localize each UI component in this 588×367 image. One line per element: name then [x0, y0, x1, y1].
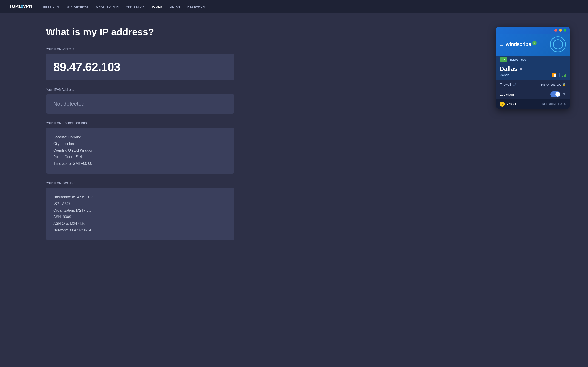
ws-locations-row[interactable]: Locations ▼: [496, 89, 570, 99]
nav-item-research[interactable]: RESEARCH: [188, 4, 205, 8]
nav-links: BEST VPN VPN REVIEWS WHAT IS A VPN VPN S…: [43, 4, 205, 8]
ws-data-left: ● 2.9GB: [500, 101, 516, 107]
ws-wifi-icon: 📶: [552, 73, 556, 77]
ws-location-area[interactable]: Dallas ★ Ranch 📶: [496, 63, 570, 80]
ws-bar-3: [565, 74, 566, 77]
host-asn: ASN: 9009: [53, 214, 227, 220]
geo-postal: Postal Code: E14: [53, 154, 227, 160]
ws-power-button[interactable]: [550, 36, 566, 52]
nav-item-vpn-setup[interactable]: VPN SETUP: [126, 4, 144, 8]
nav-item-vpn-reviews[interactable]: VPN REVIEWS: [66, 4, 88, 8]
ws-firewall-ip: 155.94.251.100 🔒: [541, 83, 566, 86]
ws-favorite-star-icon[interactable]: ★: [519, 67, 523, 71]
nav-item-what-is-vpn[interactable]: WHAT IS A VPN: [96, 4, 119, 8]
host-org: Organization: M247 Ltd: [53, 207, 227, 214]
host-isp: ISP: M247 Ltd: [53, 201, 227, 207]
host-network: Network: 89.47.62.0/24: [53, 227, 227, 234]
ws-bar-1: [562, 75, 563, 77]
ws-logo-text: windscribe: [506, 41, 531, 47]
ws-server-name: Ranch: [500, 73, 509, 77]
ws-power-icon: [553, 39, 563, 50]
ws-firewall-label: Firewall: [500, 83, 511, 86]
ws-info-icon[interactable]: ⓘ: [513, 83, 516, 87]
ws-locations-label: Locations: [500, 92, 514, 96]
host-box: Hostname: 89.47.62.103 ISP: M247 Ltd Org…: [46, 188, 234, 240]
geolocation-box: Locality: England City: London Country: …: [46, 127, 234, 174]
ws-header: ☰ windscribe 5: [496, 34, 570, 56]
nav-item-learn[interactable]: LEARN: [170, 4, 180, 8]
site-logo[interactable]: TOP10VPN: [9, 4, 32, 9]
ipv6-label: Your IPv6 Address: [46, 88, 234, 92]
ws-city-name: Dallas: [500, 65, 517, 72]
geo-city: City: London: [53, 141, 227, 147]
windscribe-widget: ☰ windscribe 5 ON IKEv2 500 Dallas ★ Ran…: [496, 27, 570, 109]
ws-status-on: ON: [500, 58, 507, 62]
ws-title-bar: [496, 27, 570, 34]
ipv4-label: Your IPv4 Address: [46, 47, 234, 51]
nav-item-best-vpn[interactable]: BEST VPN: [43, 4, 59, 8]
ws-notification-badge: 5: [532, 41, 537, 45]
geo-locality: Locality: England: [53, 134, 227, 141]
ws-speed: 500: [521, 58, 526, 61]
page-title: What is my IP address?: [46, 27, 234, 38]
ws-firewall-row: Firewall ⓘ 155.94.251.100 🔒: [496, 80, 570, 89]
ws-status-bar: ON IKEv2 500: [496, 56, 570, 63]
ws-protocol: IKEv2: [510, 58, 518, 61]
nav-item-tools[interactable]: TOOLS: [151, 4, 162, 8]
ws-firewall-ip-value: 155.94.251.100: [541, 83, 561, 86]
ws-lock-icon: 🔒: [562, 83, 566, 86]
ws-bottom-row: ● 2.9GB GET MORE DATA: [496, 99, 570, 109]
host-label: Your IPv4 Host Info: [46, 181, 234, 185]
ws-firewall-left: Firewall ⓘ: [500, 83, 516, 87]
ws-chevron-down-icon[interactable]: ▼: [562, 92, 566, 96]
geolocation-label: Your IPv4 Geolocation Info: [46, 121, 234, 125]
ipv6-value: Not detected: [53, 101, 227, 107]
ws-bar-2: [564, 75, 564, 77]
ws-maximize-dot[interactable]: [564, 29, 566, 32]
ws-data-amount: 2.9GB: [507, 102, 516, 106]
ws-get-more-data-button[interactable]: GET MORE DATA: [542, 102, 566, 106]
ws-signal-icons: 📶: [552, 73, 566, 77]
ws-close-dot[interactable]: [555, 29, 557, 32]
host-asn-org: ASN Org: M247 Ltd: [53, 220, 227, 227]
ipv4-address: 89.47.62.103: [53, 60, 227, 74]
host-hostname: Hostname: 89.47.62.103: [53, 194, 227, 201]
ws-toggle-area: ▼: [550, 92, 566, 97]
ws-minimize-dot[interactable]: [559, 29, 562, 32]
ws-divider: [559, 73, 560, 77]
ws-sub-location: Ranch 📶: [500, 73, 566, 77]
ipv4-box: 89.47.62.103: [46, 54, 234, 80]
ipv6-box: Not detected: [46, 94, 234, 114]
ws-signal-bars-icon: [562, 73, 566, 77]
ws-toggle[interactable]: [550, 92, 560, 97]
ws-hamburger-icon[interactable]: ☰: [500, 42, 504, 47]
ws-coin-icon: ●: [500, 101, 505, 107]
ws-city-row: Dallas ★: [500, 65, 566, 72]
geo-timezone: Time Zone: GMT+00:00: [53, 160, 227, 167]
geo-country: Country: United Kingdom: [53, 147, 227, 154]
ws-logo-area: ☰ windscribe 5: [500, 41, 537, 47]
